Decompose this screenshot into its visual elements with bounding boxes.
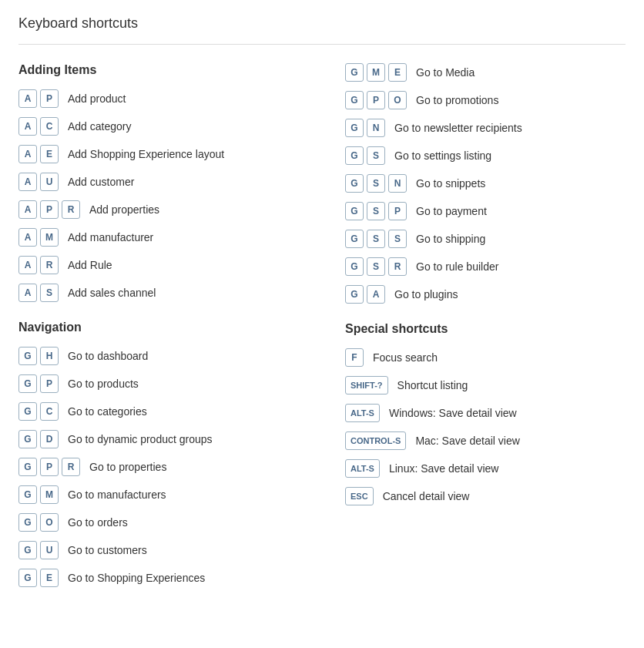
- shortcut-label: Go to products: [68, 378, 139, 390]
- shortcut-row: GSNGo to snippets: [345, 174, 626, 193]
- shortcut-row: GPRGo to properties: [18, 458, 299, 476]
- shortcut-row: GSRGo to rule builder: [345, 257, 626, 276]
- shortcut-label: Cancel detail view: [383, 490, 470, 502]
- shortcut-label: Go to newsletter recipients: [394, 122, 522, 134]
- key-badge: U: [40, 541, 59, 559]
- shortcut-label: Mac: Save detail view: [415, 435, 519, 447]
- page-title: Keyboard shortcuts: [18, 15, 626, 32]
- key-badge: G: [345, 257, 364, 276]
- key-badge: G: [345, 285, 364, 304]
- key-badge: A: [18, 228, 37, 247]
- key-badge: G: [345, 119, 364, 137]
- key-badge: G: [345, 174, 364, 193]
- shortcut-row: GDGo to dynamic product groups: [18, 430, 299, 448]
- shortcut-row: AUAdd customer: [18, 173, 299, 191]
- shortcut-label: Go to snippets: [416, 177, 485, 190]
- key-badge: G: [18, 430, 37, 448]
- key-badge: A: [18, 284, 37, 302]
- shortcut-row: ALT-SWindows: Save detail view: [345, 404, 626, 422]
- shortcut-label: Go to settings listing: [394, 149, 491, 162]
- right-column: GMEGo to MediaGPOGo to promotionsGNGo to…: [330, 63, 626, 606]
- key-badge: S: [367, 257, 385, 276]
- key-badge: G: [18, 485, 37, 504]
- shortcut-label: Go to dashboard: [68, 350, 148, 362]
- key-badge: R: [388, 257, 407, 276]
- key-badge: P: [40, 458, 59, 476]
- shortcut-label: Add category: [68, 120, 132, 133]
- shortcut-label: Add Rule: [68, 259, 112, 271]
- section-title: Navigation: [18, 321, 299, 334]
- shortcut-row: GPOGo to promotions: [345, 91, 626, 109]
- key-badge: P: [388, 202, 407, 220]
- shortcut-row: GPGo to products: [18, 374, 299, 393]
- shortcut-label: Windows: Save detail view: [389, 407, 517, 419]
- key-badge: O: [40, 513, 59, 532]
- key-badge: E: [388, 63, 407, 82]
- shortcut-row: AEAdd Shopping Experience layout: [18, 145, 299, 163]
- key-badge: A: [18, 117, 37, 136]
- shortcut-row: APAdd product: [18, 89, 299, 108]
- key-badge: S: [367, 202, 385, 220]
- key-badge: G: [18, 458, 37, 476]
- shortcut-row: GSPGo to payment: [345, 202, 626, 220]
- shortcut-row: FFocus search: [345, 348, 626, 367]
- main-content: Adding ItemsAPAdd productACAdd categoryA…: [18, 63, 626, 606]
- key-badge: A: [367, 285, 385, 304]
- key-badge: M: [40, 485, 59, 504]
- key-badge: A: [18, 256, 37, 274]
- key-badge: R: [62, 200, 80, 219]
- shortcut-row: SHIFT-?Shortcut listing: [345, 376, 626, 395]
- key-badge: M: [40, 228, 59, 247]
- key-badge: P: [40, 374, 59, 393]
- left-column: Adding ItemsAPAdd productACAdd categoryA…: [18, 63, 330, 606]
- key-badge: P: [40, 89, 59, 108]
- shortcut-row: CONTROL-SMac: Save detail view: [345, 431, 626, 450]
- key-badge: A: [18, 200, 37, 219]
- shortcut-row: ACAdd category: [18, 117, 299, 136]
- key-badge: G: [345, 146, 364, 165]
- shortcut-label: Linux: Save detail view: [389, 462, 498, 475]
- key-badge: C: [40, 402, 59, 421]
- key-badge: S: [367, 174, 385, 193]
- key-badge: A: [18, 89, 37, 108]
- key-badge: G: [18, 569, 37, 587]
- shortcut-row: AMAdd manufacturer: [18, 228, 299, 247]
- key-badge: F: [345, 348, 364, 367]
- shortcut-label: Go to manufacturers: [68, 489, 166, 501]
- shortcut-label: Go to customers: [68, 544, 147, 556]
- shortcut-label: Add product: [68, 92, 126, 105]
- key-badge: G: [18, 347, 37, 365]
- key-badge: SHIFT-?: [345, 376, 388, 395]
- key-badge: H: [40, 347, 59, 365]
- shortcut-label: Shortcut listing: [397, 379, 468, 391]
- shortcut-label: Go to Shopping Experiences: [68, 572, 205, 584]
- shortcut-row: ARAdd Rule: [18, 256, 299, 274]
- divider: [18, 44, 626, 45]
- key-badge: E: [40, 569, 59, 587]
- key-badge: P: [367, 91, 385, 109]
- key-badge: O: [388, 91, 407, 109]
- key-badge: C: [40, 117, 59, 136]
- special-section-title: Special shortcuts: [345, 322, 626, 336]
- shortcut-label: Go to orders: [68, 516, 128, 529]
- shortcut-label: Go to shipping: [416, 233, 485, 245]
- key-badge: ALT-S: [345, 404, 380, 422]
- key-badge: A: [18, 173, 37, 191]
- shortcut-row: GHGo to dashboard: [18, 347, 299, 365]
- shortcut-row: ESCCancel detail view: [345, 487, 626, 505]
- shortcut-row: GCGo to categories: [18, 402, 299, 421]
- key-badge: G: [18, 402, 37, 421]
- shortcut-label: Add customer: [68, 176, 134, 188]
- shortcut-label: Go to promotions: [416, 94, 498, 106]
- key-badge: S: [388, 230, 407, 248]
- shortcut-row: GSGo to settings listing: [345, 146, 626, 165]
- key-badge: U: [40, 173, 59, 191]
- key-badge: S: [40, 284, 59, 302]
- shortcut-row: ALT-SLinux: Save detail view: [345, 459, 626, 478]
- shortcut-row: GMEGo to Media: [345, 63, 626, 82]
- shortcut-label: Go to categories: [68, 405, 147, 418]
- key-badge: E: [40, 145, 59, 163]
- shortcut-label: Go to properties: [89, 461, 166, 473]
- key-badge: ALT-S: [345, 459, 380, 478]
- key-badge: N: [388, 174, 407, 193]
